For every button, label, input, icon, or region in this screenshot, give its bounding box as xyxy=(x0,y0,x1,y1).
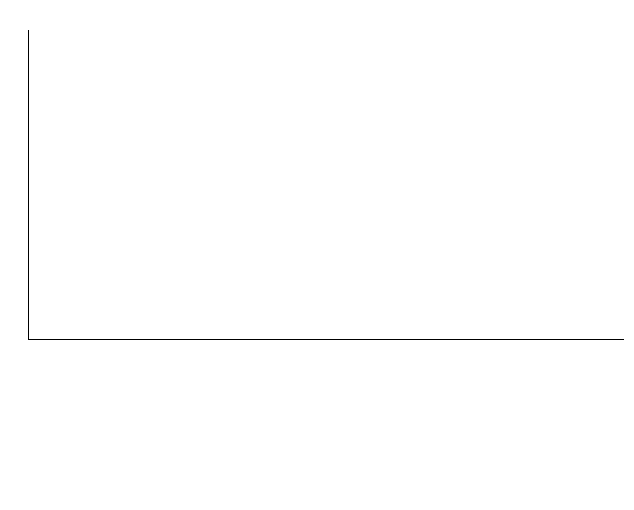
y-axis-label xyxy=(10,30,28,410)
chart-area xyxy=(10,30,624,410)
chart-inner xyxy=(28,30,624,410)
chart-container xyxy=(0,0,634,510)
plot-area xyxy=(28,30,624,340)
bars-container xyxy=(29,30,624,339)
x-labels-container xyxy=(28,340,624,410)
